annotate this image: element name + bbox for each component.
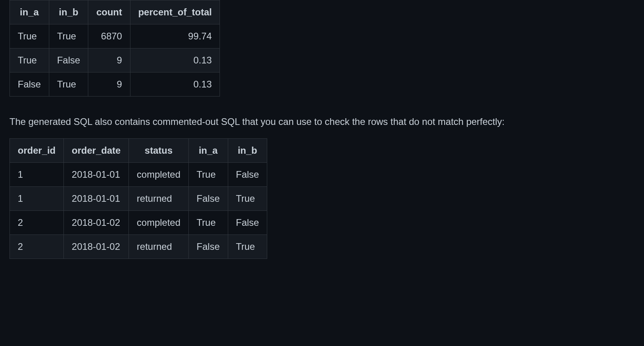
- table-header-row: order_id order_date status in_a in_b: [10, 139, 267, 163]
- cell-in-a: True: [10, 24, 49, 48]
- table-row: False True 9 0.13: [10, 73, 220, 97]
- cell-in-b: True: [228, 235, 267, 259]
- cell-percent-of-total: 0.13: [130, 73, 220, 97]
- table-row: 2 2018-01-02 completed True False: [10, 211, 267, 235]
- cell-status: returned: [129, 235, 189, 259]
- cell-in-a: False: [188, 187, 228, 211]
- cell-order-id: 1: [10, 187, 64, 211]
- cell-in-b: False: [228, 211, 267, 235]
- table-row: True True 6870 99.74: [10, 24, 220, 48]
- cell-in-a: False: [10, 73, 49, 97]
- cell-in-b: True: [49, 73, 88, 97]
- cell-in-b: False: [228, 163, 267, 187]
- table-row: 1 2018-01-01 completed True False: [10, 163, 267, 187]
- table-header-row: in_a in_b count percent_of_total: [10, 0, 220, 24]
- description-paragraph: The generated SQL also contains commente…: [9, 115, 632, 129]
- detail-table: order_id order_date status in_a in_b 1 2…: [9, 138, 267, 259]
- cell-order-id: 2: [10, 235, 64, 259]
- cell-percent-of-total: 0.13: [130, 48, 220, 73]
- cell-order-date: 2018-01-01: [64, 163, 129, 187]
- summary-table: in_a in_b count percent_of_total True Tr…: [9, 0, 220, 97]
- table-row: 2 2018-01-02 returned False True: [10, 235, 267, 259]
- column-header-count: count: [88, 0, 130, 24]
- cell-status: completed: [129, 211, 189, 235]
- column-header-percent-of-total: percent_of_total: [130, 0, 220, 24]
- table-row: 1 2018-01-01 returned False True: [10, 187, 267, 211]
- cell-order-date: 2018-01-02: [64, 235, 129, 259]
- cell-in-b: True: [49, 24, 88, 48]
- column-header-in-b: in_b: [49, 0, 88, 24]
- cell-in-a: False: [188, 235, 228, 259]
- cell-in-a: True: [188, 163, 228, 187]
- cell-in-a: True: [188, 211, 228, 235]
- cell-order-date: 2018-01-01: [64, 187, 129, 211]
- cell-order-date: 2018-01-02: [64, 211, 129, 235]
- cell-percent-of-total: 99.74: [130, 24, 220, 48]
- cell-in-a: True: [10, 48, 49, 73]
- cell-in-b: False: [49, 48, 88, 73]
- column-header-order-date: order_date: [64, 139, 129, 163]
- column-header-in-a: in_a: [188, 139, 228, 163]
- table-row: True False 9 0.13: [10, 48, 220, 73]
- column-header-order-id: order_id: [10, 139, 64, 163]
- cell-order-id: 1: [10, 163, 64, 187]
- cell-count: 9: [88, 48, 130, 73]
- cell-order-id: 2: [10, 211, 64, 235]
- column-header-in-b: in_b: [228, 139, 267, 163]
- cell-count: 6870: [88, 24, 130, 48]
- column-header-status: status: [129, 139, 189, 163]
- cell-count: 9: [88, 73, 130, 97]
- cell-status: returned: [129, 187, 189, 211]
- column-header-in-a: in_a: [10, 0, 49, 24]
- cell-status: completed: [129, 163, 189, 187]
- cell-in-b: True: [228, 187, 267, 211]
